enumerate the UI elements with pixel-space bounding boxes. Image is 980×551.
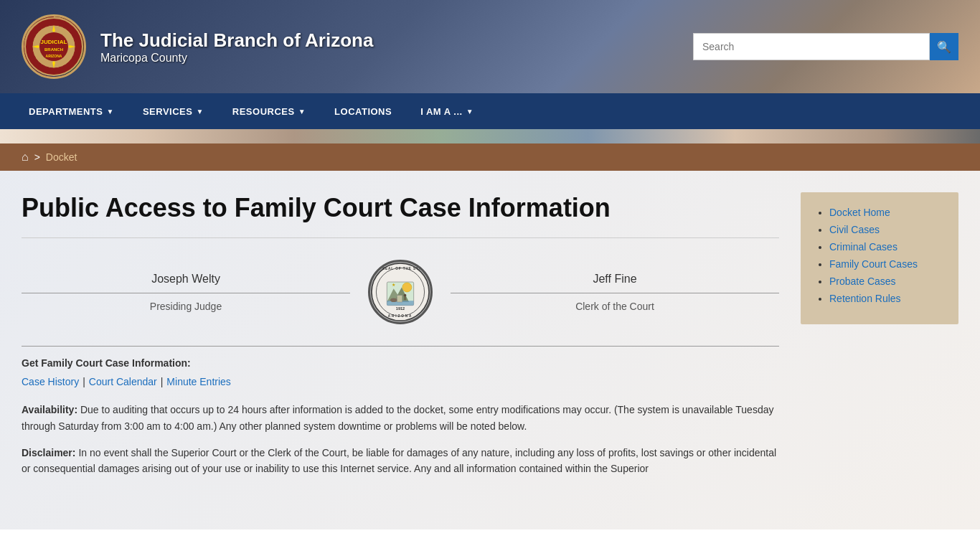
header-title-block: The Judicial Branch of Arizona Maricopa …	[100, 29, 373, 65]
nav-locations[interactable]: LOCATIONS	[320, 93, 406, 129]
svg-text:★: ★	[392, 283, 395, 287]
svg-text:BRANCH: BRANCH	[44, 47, 63, 52]
link-sep-1: |	[83, 376, 85, 387]
search-input[interactable]	[693, 33, 930, 60]
availability-body: Due to auditing that occurs up to 24 hou…	[22, 404, 773, 431]
nav-resources[interactable]: RESOURCES ▼	[218, 93, 320, 129]
nav-resources-arrow: ▼	[298, 108, 306, 116]
header-content: JUDICIAL BRANCH ARIZONA The Judicial Bra…	[22, 14, 693, 79]
court-calendar-link[interactable]: Court Calendar	[89, 376, 157, 387]
site-header: JUDICIAL BRANCH ARIZONA The Judicial Bra…	[0, 0, 980, 93]
breadcrumb-home-link[interactable]: ⌂	[22, 151, 29, 164]
disclaimer-heading: Disclaimer:	[22, 447, 75, 458]
site-logo: JUDICIAL BRANCH ARIZONA	[22, 14, 86, 79]
nav-departments-arrow: ▼	[106, 108, 113, 116]
svg-text:ARIZONA: ARIZONA	[388, 314, 413, 318]
presiding-judge-title: Presiding Judge	[22, 301, 350, 312]
nav-resources-label: RESOURCES	[232, 106, 295, 117]
judge-divider-left	[22, 293, 350, 293]
page-title: Public Access to Family Court Case Infor…	[22, 192, 779, 223]
svg-text:GREAT SEAL OF THE STATE OF: GREAT SEAL OF THE STATE OF	[368, 267, 433, 270]
availability-heading: Availability:	[22, 404, 77, 415]
sidebar: Docket Home Civil Cases Criminal Cases F…	[801, 192, 958, 508]
minute-entries-link[interactable]: Minute Entries	[166, 376, 230, 387]
disclaimer-body: In no event shall the Superior Court or …	[22, 447, 776, 474]
get-info-label: Get Family Court Case Information:	[22, 357, 779, 369]
sidebar-box: Docket Home Civil Cases Criminal Cases F…	[801, 192, 958, 324]
header-search: 🔍	[693, 33, 958, 60]
svg-rect-15	[397, 296, 402, 302]
nav-departments[interactable]: DEPARTMENTS ▼	[14, 93, 128, 129]
state-seal: GREAT SEAL OF THE STATE OF ARIZONA	[368, 260, 433, 324]
criminal-cases-link[interactable]: Criminal Cases	[829, 241, 897, 253]
info-divider	[22, 346, 779, 347]
svg-text:ARIZONA: ARIZONA	[46, 54, 62, 58]
main-nav: DEPARTMENTS ▼ SERVICES ▼ RESOURCES ▼ LOC…	[0, 93, 980, 129]
sidebar-item-retention: Retention Rules	[829, 293, 944, 304]
svg-text:1912: 1912	[396, 306, 405, 311]
clerk-title: Clerk of the Court	[451, 301, 779, 312]
svg-point-13	[402, 283, 412, 292]
content-area: Public Access to Family Court Case Infor…	[22, 192, 779, 508]
case-history-link[interactable]: Case History	[22, 376, 79, 387]
judges-section: Joseph Welty Presiding Judge GREAT SEAL …	[22, 260, 779, 324]
nav-services-label: SERVICES	[143, 106, 193, 117]
svg-point-19	[404, 294, 407, 297]
nav-iam-label: I AM A ...	[420, 106, 462, 117]
breadcrumb-separator: >	[34, 151, 40, 163]
sidebar-item-probate: Probate Cases	[829, 276, 944, 287]
disclaimer-text: Disclaimer: In no event shall the Superi…	[22, 445, 779, 477]
svg-point-18	[390, 298, 397, 303]
nav-services[interactable]: SERVICES ▼	[128, 93, 218, 129]
sidebar-item-family: Family Court Cases	[829, 258, 944, 270]
presiding-judge-name: Joseph Welty	[22, 273, 350, 286]
nav-locations-label: LOCATIONS	[334, 106, 392, 117]
nav-departments-label: DEPARTMENTS	[29, 106, 103, 117]
sidebar-list: Docket Home Civil Cases Criminal Cases F…	[815, 207, 944, 304]
judge-divider-right	[451, 293, 779, 293]
site-subtitle: Maricopa County	[100, 52, 373, 65]
search-button[interactable]: 🔍	[930, 33, 958, 60]
sidebar-item-criminal: Criminal Cases	[829, 241, 944, 253]
breadcrumb-current: Docket	[46, 151, 77, 163]
sidebar-item-docket-home: Docket Home	[829, 207, 944, 218]
nav-iam-arrow: ▼	[466, 108, 473, 116]
state-seal-container: GREAT SEAL OF THE STATE OF ARIZONA	[364, 260, 436, 324]
link-sep-2: |	[161, 376, 164, 387]
title-divider	[22, 237, 779, 238]
presiding-judge-block: Joseph Welty Presiding Judge	[22, 273, 350, 312]
probate-cases-link[interactable]: Probate Cases	[829, 276, 896, 287]
site-title: The Judicial Branch of Arizona	[100, 29, 373, 52]
hero-image-strip	[0, 129, 980, 143]
info-links: Case History | Court Calendar | Minute E…	[22, 376, 779, 387]
clerk-block: Jeff Fine Clerk of the Court	[451, 273, 779, 312]
logo-seal: JUDICIAL BRANCH ARIZONA	[24, 17, 84, 77]
clerk-name: Jeff Fine	[451, 273, 779, 286]
breadcrumb: ⌂ > Docket	[0, 143, 980, 171]
family-court-cases-link[interactable]: Family Court Cases	[829, 258, 918, 270]
civil-cases-link[interactable]: Civil Cases	[829, 224, 880, 235]
svg-text:JUDICIAL: JUDICIAL	[41, 39, 67, 45]
nav-services-arrow: ▼	[196, 108, 203, 116]
availability-text: Availability: Due to auditing that occur…	[22, 402, 779, 434]
search-icon: 🔍	[937, 40, 951, 54]
docket-home-link[interactable]: Docket Home	[829, 207, 890, 218]
main-container: Public Access to Family Court Case Infor…	[0, 171, 980, 529]
nav-iam[interactable]: I AM A ... ▼	[406, 93, 488, 129]
retention-rules-link[interactable]: Retention Rules	[829, 293, 901, 304]
sidebar-item-civil: Civil Cases	[829, 224, 944, 235]
